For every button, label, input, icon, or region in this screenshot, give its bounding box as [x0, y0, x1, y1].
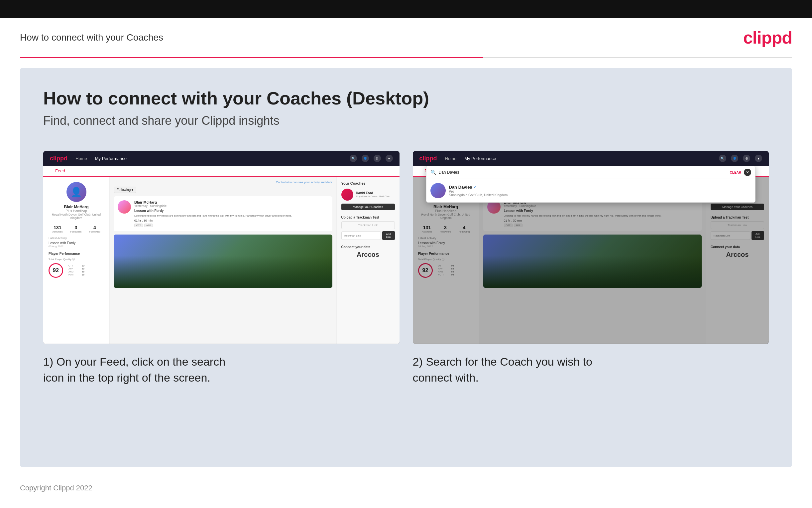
coaches-title-1: Your Coaches: [341, 181, 395, 185]
header-divider: [20, 57, 792, 58]
caption-1: 1) On your Feed, click on the searchicon…: [43, 354, 399, 386]
close-search-button[interactable]: ✕: [744, 169, 751, 176]
coach-entry-info-1: David Ford Royal North Devon Golf Club: [356, 191, 395, 198]
nav-home-2[interactable]: Home: [445, 156, 457, 161]
coach-entry-1: David Ford Royal North Devon Golf Club: [341, 188, 395, 201]
app-logo-1: clippd: [50, 155, 67, 162]
nav-performance-2[interactable]: My Performance: [464, 156, 496, 161]
avatar-1: [66, 182, 86, 202]
feed-tab-1[interactable]: Feed: [50, 166, 70, 177]
nav-icons-1: 🔍 👤 ⚙ ▼: [350, 155, 393, 162]
trackman-link-input-2[interactable]: [711, 231, 750, 240]
search-result-avatar: [430, 183, 446, 198]
copyright: Copyright Clippd 2022: [20, 484, 92, 492]
trackman-section-2: Upload a Trackman Test Trackman Link Add…: [711, 216, 764, 240]
latest-activity-2: Latest Activity Lesson with Fordy 03 Aug…: [418, 237, 474, 248]
clear-button[interactable]: CLEAR: [730, 171, 741, 174]
avatar-icon-2[interactable]: ▼: [755, 155, 762, 162]
coach-entry-avatar-1: [341, 188, 353, 201]
screenshot-frame-1: clippd Home My Performance 🔍 👤 ⚙ ▼ Feed: [43, 151, 399, 344]
control-link-1[interactable]: Control who can see your activity and da…: [114, 181, 332, 184]
screenshot-col-2: clippd Home My Performance 🔍 👤 ⚙ ▼ Feed: [413, 151, 769, 386]
perf-bar-putt: PUTT 96: [68, 273, 85, 276]
caption-2: 2) Search for the Coach you wish toconne…: [413, 354, 769, 386]
lesson-image-1: [114, 235, 332, 288]
settings-icon-2[interactable]: ⚙: [743, 155, 750, 162]
perf-bar-arg: ARG 86: [68, 270, 85, 273]
search-result[interactable]: Dan Davies ✓ Pro Sunningdale Golf Club, …: [426, 179, 756, 202]
nav-home-1[interactable]: Home: [76, 156, 87, 161]
following-btn-1[interactable]: Following ▾: [114, 186, 136, 193]
lesson-info-1: Blair McHarg Yesterday · Sunningdale Les…: [134, 200, 328, 227]
avatar-icon-1[interactable]: ▼: [386, 155, 393, 162]
player-perf-2: Player Performance Total Player Quality …: [418, 252, 474, 278]
screenshot-col-1: clippd Home My Performance 🔍 👤 ⚙ ▼ Feed: [43, 151, 399, 386]
score-circle-2: 92: [418, 263, 433, 278]
search-bar: 🔍 CLEAR ✕: [426, 166, 756, 179]
score-circle-1: 92: [49, 263, 63, 278]
middle-panel-1: Control who can see your activity and da…: [110, 177, 336, 344]
perf-bars-2: OTT 90 APP: [438, 264, 454, 277]
stats-row-1: 131 Activities 3 Followers 4 Following: [49, 225, 104, 233]
add-link-btn-1[interactable]: Add Link: [382, 231, 395, 240]
header: How to connect with your Coaches clippd: [0, 18, 812, 57]
right-panel-1: Your Coaches David Ford Royal North Devo…: [336, 177, 399, 344]
trackman-link-input-1[interactable]: [341, 231, 381, 240]
nav-icons-2: 🔍 👤 ⚙ ▼: [719, 155, 762, 162]
lesson-image-2: [483, 235, 702, 288]
profile-section-1: Blair McHarg Plus Handicap Royal North D…: [49, 182, 104, 220]
search-result-info: Dan Davies ✓ Pro Sunningdale Golf Club, …: [449, 185, 508, 197]
main-heading: How to connect with your Coaches (Deskto…: [43, 88, 769, 109]
main-subheading: Find, connect and share your Clippd insi…: [43, 114, 769, 128]
feed-tab-bar-1: Feed: [43, 166, 399, 177]
app-navbar-1: clippd Home My Performance 🔍 👤 ⚙ ▼: [43, 151, 399, 166]
trackman-input-1[interactable]: Trackman Link: [341, 221, 395, 229]
nav-performance-1[interactable]: My Performance: [95, 156, 127, 161]
stat-followers-1: 3 Followers: [70, 225, 82, 233]
coach-avatar-1: [118, 200, 131, 214]
arccos-logo-1: Arccos: [341, 251, 395, 258]
perf-bar-ott: OTT 90: [68, 264, 85, 267]
screenshot-frame-2: clippd Home My Performance 🔍 👤 ⚙ ▼ Feed: [413, 151, 769, 344]
stat-following-1: 4 Following: [89, 225, 100, 233]
trackman-section-1: Upload a Trackman Test Trackman Link Add…: [341, 216, 395, 240]
profile-name-1: Blair McHarg: [49, 205, 104, 209]
connect-data-title-1: Connect your data: [341, 245, 395, 249]
screenshots-row: clippd Home My Performance 🔍 👤 ⚙ ▼ Feed: [43, 151, 769, 386]
top-bar: [0, 0, 812, 18]
add-link-btn-2[interactable]: Add Link: [752, 231, 764, 240]
stat-activities-1: 131 Activities: [52, 225, 63, 233]
latest-activity-1: Latest Activity Lesson with Fordy 03 Aug…: [49, 237, 104, 248]
manage-coaches-btn-2[interactable]: Manage Your Coaches: [711, 204, 764, 210]
search-overlay: 🔍 CLEAR ✕ Dan Davies ✓ Pro: [426, 166, 756, 203]
profile-handicap-1: Plus Handicap: [49, 209, 104, 213]
person-icon-2[interactable]: 👤: [731, 155, 738, 162]
app-logo-2: clippd: [420, 155, 437, 162]
clippd-logo: clippd: [743, 28, 792, 48]
person-icon-1[interactable]: 👤: [362, 155, 369, 162]
search-icon-1[interactable]: 🔍: [350, 155, 357, 162]
page-title: How to connect with your Coaches: [20, 32, 163, 43]
search-input[interactable]: [439, 170, 727, 175]
search-icon-2[interactable]: 🔍: [719, 155, 726, 162]
profile-club-1: Royal North Devon Golf Club, United King…: [49, 213, 104, 220]
left-panel-1: Blair McHarg Plus Handicap Royal North D…: [43, 177, 110, 344]
lesson-tags-1: OTT APP: [134, 223, 328, 227]
lesson-card-1: Blair McHarg Yesterday · Sunningdale Les…: [114, 196, 332, 231]
main-content: How to connect with your Coaches (Deskto…: [20, 68, 792, 467]
manage-coaches-btn-1[interactable]: Manage Your Coaches: [341, 204, 395, 210]
app-body-1: Blair McHarg Plus Handicap Royal North D…: [43, 177, 399, 344]
settings-icon-1[interactable]: ⚙: [374, 155, 381, 162]
perf-bar-app: APP 85: [68, 267, 85, 270]
perf-bars-1: OTT 90 APP: [68, 264, 85, 277]
following-row-1: Following ▾: [114, 186, 332, 193]
footer: Copyright Clippd 2022: [0, 477, 812, 499]
stats-row-2: 131 Activities 3 Followers 4 Following: [418, 225, 474, 233]
verified-icon: ✓: [474, 185, 477, 189]
search-magnifier-icon: 🔍: [430, 170, 436, 175]
player-perf-1: Player Performance Total Player Quality …: [49, 252, 104, 278]
app-navbar-2: clippd Home My Performance 🔍 👤 ⚙ ▼: [413, 151, 769, 166]
